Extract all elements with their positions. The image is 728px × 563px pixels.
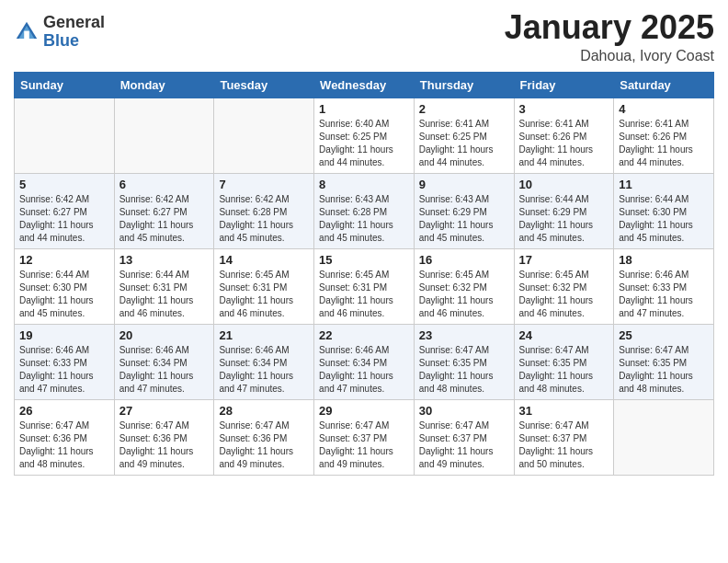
- cell-info: Sunrise: 6:43 AMSunset: 6:29 PMDaylight:…: [419, 193, 509, 245]
- table-row: 21Sunrise: 6:46 AMSunset: 6:34 PMDayligh…: [214, 324, 314, 399]
- cell-date: 6: [119, 178, 210, 191]
- table-row: 18Sunrise: 6:46 AMSunset: 6:33 PMDayligh…: [614, 248, 714, 324]
- title-location: Dahoua, Ivory Coast: [505, 48, 714, 64]
- cell-date: 7: [219, 178, 309, 191]
- col-sunday: Sunday: [15, 72, 115, 98]
- calendar-week-1: 1Sunrise: 6:40 AMSunset: 6:25 PMDaylight…: [15, 98, 714, 173]
- table-row: 16Sunrise: 6:45 AMSunset: 6:32 PMDayligh…: [414, 248, 514, 324]
- header-row: Sunday Monday Tuesday Wednesday Thursday…: [15, 72, 714, 98]
- table-row: [214, 98, 314, 173]
- cell-date: 4: [619, 102, 709, 116]
- cell-date: 19: [19, 328, 109, 342]
- cell-date: 26: [19, 404, 109, 418]
- cell-date: 11: [619, 178, 709, 191]
- cell-date: 14: [219, 253, 309, 267]
- header: General Blue January 2025 Dahoua, Ivory …: [14, 9, 714, 64]
- cell-info: Sunrise: 6:47 AMSunset: 6:36 PMDaylight:…: [19, 419, 109, 471]
- cell-date: 28: [219, 404, 309, 418]
- cell-date: 2: [419, 102, 509, 116]
- cell-date: 27: [119, 404, 210, 418]
- table-row: 9Sunrise: 6:43 AMSunset: 6:29 PMDaylight…: [414, 173, 514, 248]
- table-row: 26Sunrise: 6:47 AMSunset: 6:36 PMDayligh…: [15, 399, 115, 475]
- table-row: 8Sunrise: 6:43 AMSunset: 6:28 PMDaylight…: [314, 173, 415, 248]
- cell-info: Sunrise: 6:46 AMSunset: 6:34 PMDaylight:…: [219, 344, 309, 396]
- logo: General Blue: [14, 14, 105, 51]
- cell-date: 13: [119, 253, 210, 267]
- calendar-week-3: 12Sunrise: 6:44 AMSunset: 6:30 PMDayligh…: [15, 248, 714, 324]
- cell-info: Sunrise: 6:45 AMSunset: 6:31 PMDaylight:…: [219, 269, 309, 320]
- cell-date: 29: [319, 404, 409, 418]
- cell-date: 8: [319, 178, 409, 191]
- cell-date: 25: [619, 328, 709, 342]
- logo-text: General Blue: [43, 14, 105, 51]
- table-row: 2Sunrise: 6:41 AMSunset: 6:25 PMDaylight…: [414, 98, 514, 173]
- cell-info: Sunrise: 6:43 AMSunset: 6:28 PMDaylight:…: [319, 193, 409, 245]
- table-row: 24Sunrise: 6:47 AMSunset: 6:35 PMDayligh…: [514, 324, 614, 399]
- cell-info: Sunrise: 6:45 AMSunset: 6:32 PMDaylight:…: [419, 269, 509, 320]
- cell-date: 22: [319, 328, 409, 342]
- cell-date: 24: [519, 328, 609, 342]
- calendar-week-2: 5Sunrise: 6:42 AMSunset: 6:27 PMDaylight…: [15, 173, 714, 248]
- col-tuesday: Tuesday: [214, 72, 314, 98]
- logo-general-text: General: [43, 14, 105, 32]
- cell-date: 9: [419, 178, 509, 191]
- table-row: 19Sunrise: 6:46 AMSunset: 6:33 PMDayligh…: [15, 324, 115, 399]
- table-row: 13Sunrise: 6:44 AMSunset: 6:31 PMDayligh…: [114, 248, 214, 324]
- cell-info: Sunrise: 6:47 AMSunset: 6:35 PMDaylight:…: [619, 344, 709, 396]
- col-monday: Monday: [114, 72, 214, 98]
- table-row: [614, 399, 714, 475]
- cell-date: 10: [519, 178, 609, 191]
- cell-info: Sunrise: 6:47 AMSunset: 6:35 PMDaylight:…: [519, 344, 609, 396]
- cell-info: Sunrise: 6:46 AMSunset: 6:34 PMDaylight:…: [319, 344, 409, 396]
- cell-info: Sunrise: 6:47 AMSunset: 6:37 PMDaylight:…: [419, 419, 509, 471]
- table-row: 27Sunrise: 6:47 AMSunset: 6:36 PMDayligh…: [114, 399, 214, 475]
- cell-date: 12: [19, 253, 109, 267]
- cell-date: 18: [619, 253, 709, 267]
- cell-info: Sunrise: 6:40 AMSunset: 6:25 PMDaylight:…: [319, 118, 409, 169]
- cell-info: Sunrise: 6:46 AMSunset: 6:34 PMDaylight:…: [119, 344, 210, 396]
- cell-info: Sunrise: 6:44 AMSunset: 6:30 PMDaylight:…: [19, 269, 109, 320]
- cell-info: Sunrise: 6:46 AMSunset: 6:33 PMDaylight:…: [619, 269, 709, 320]
- table-row: 23Sunrise: 6:47 AMSunset: 6:35 PMDayligh…: [414, 324, 514, 399]
- cell-info: Sunrise: 6:47 AMSunset: 6:35 PMDaylight:…: [419, 344, 509, 396]
- table-row: 14Sunrise: 6:45 AMSunset: 6:31 PMDayligh…: [214, 248, 314, 324]
- cell-date: 23: [419, 328, 509, 342]
- col-saturday: Saturday: [614, 72, 714, 98]
- title-block: January 2025 Dahoua, Ivory Coast: [505, 9, 714, 64]
- cell-info: Sunrise: 6:44 AMSunset: 6:31 PMDaylight:…: [119, 269, 210, 320]
- col-friday: Friday: [514, 72, 614, 98]
- cell-date: 16: [419, 253, 509, 267]
- cell-info: Sunrise: 6:41 AMSunset: 6:26 PMDaylight:…: [619, 118, 709, 169]
- cell-info: Sunrise: 6:41 AMSunset: 6:25 PMDaylight:…: [419, 118, 509, 169]
- cell-date: 20: [119, 328, 210, 342]
- table-row: 22Sunrise: 6:46 AMSunset: 6:34 PMDayligh…: [314, 324, 415, 399]
- table-row: 12Sunrise: 6:44 AMSunset: 6:30 PMDayligh…: [15, 248, 115, 324]
- table-row: 4Sunrise: 6:41 AMSunset: 6:26 PMDaylight…: [614, 98, 714, 173]
- table-row: 30Sunrise: 6:47 AMSunset: 6:37 PMDayligh…: [414, 399, 514, 475]
- table-row: 5Sunrise: 6:42 AMSunset: 6:27 PMDaylight…: [15, 173, 115, 248]
- cell-info: Sunrise: 6:44 AMSunset: 6:29 PMDaylight:…: [519, 193, 609, 245]
- table-row: 6Sunrise: 6:42 AMSunset: 6:27 PMDaylight…: [114, 173, 214, 248]
- table-row: [114, 98, 214, 173]
- cell-info: Sunrise: 6:45 AMSunset: 6:31 PMDaylight:…: [319, 269, 409, 320]
- table-row: 28Sunrise: 6:47 AMSunset: 6:36 PMDayligh…: [214, 399, 314, 475]
- cell-info: Sunrise: 6:46 AMSunset: 6:33 PMDaylight:…: [19, 344, 109, 396]
- cell-date: 30: [419, 404, 509, 418]
- table-row: 11Sunrise: 6:44 AMSunset: 6:30 PMDayligh…: [614, 173, 714, 248]
- cell-info: Sunrise: 6:42 AMSunset: 6:27 PMDaylight:…: [119, 193, 210, 245]
- table-row: 1Sunrise: 6:40 AMSunset: 6:25 PMDaylight…: [314, 98, 415, 173]
- logo-blue-text: Blue: [43, 32, 105, 51]
- table-row: [15, 98, 115, 173]
- calendar-week-5: 26Sunrise: 6:47 AMSunset: 6:36 PMDayligh…: [15, 399, 714, 475]
- cell-date: 3: [519, 102, 609, 116]
- cell-info: Sunrise: 6:42 AMSunset: 6:27 PMDaylight:…: [19, 193, 109, 245]
- cell-info: Sunrise: 6:47 AMSunset: 6:36 PMDaylight:…: [219, 419, 309, 471]
- table-row: 17Sunrise: 6:45 AMSunset: 6:32 PMDayligh…: [514, 248, 614, 324]
- cell-date: 1: [319, 102, 409, 116]
- cell-info: Sunrise: 6:42 AMSunset: 6:28 PMDaylight:…: [219, 193, 309, 245]
- cell-info: Sunrise: 6:44 AMSunset: 6:30 PMDaylight:…: [619, 193, 709, 245]
- svg-rect-2: [24, 30, 29, 38]
- calendar-table: Sunday Monday Tuesday Wednesday Thursday…: [14, 72, 714, 476]
- table-row: 3Sunrise: 6:41 AMSunset: 6:26 PMDaylight…: [514, 98, 614, 173]
- table-row: 7Sunrise: 6:42 AMSunset: 6:28 PMDaylight…: [214, 173, 314, 248]
